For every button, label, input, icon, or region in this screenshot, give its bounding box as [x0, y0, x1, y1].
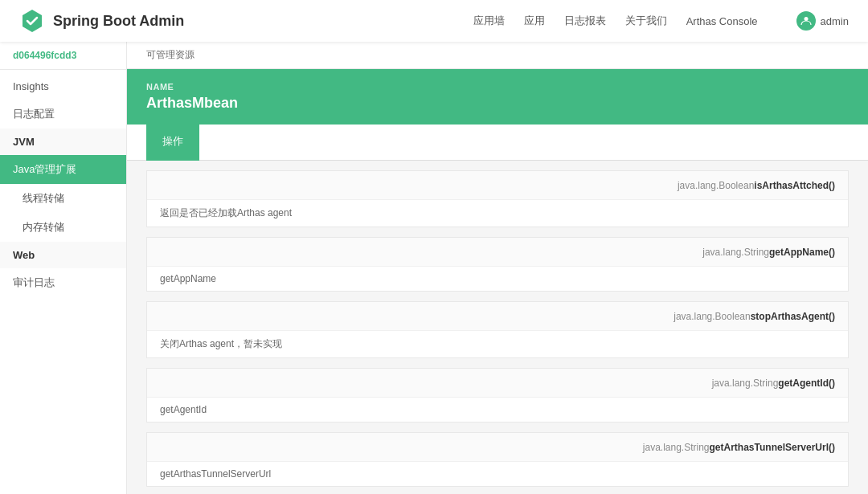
op3-method-name: stopArthasAgent() [751, 311, 835, 322]
svg-marker-0 [23, 10, 42, 32]
resource-header-title: ArthasMbean [146, 95, 849, 112]
operation-item-stopArthasAgent: java.lang.BooleanstopArthasAgent() 关闭Art… [146, 301, 849, 358]
operation-item-getAppName: java.lang.StringgetAppName() getAppName [146, 237, 849, 292]
sidebar-item-java-manage[interactable]: Java管理扩展 [0, 155, 126, 184]
op1-method-name: isArthasAttched() [754, 180, 835, 191]
sidebar-item-audit-log[interactable]: 审计日志 [0, 268, 126, 297]
sidebar-header-jvm: JVM [0, 129, 126, 155]
main-content: 可管理资源 NAME ArthasMbean 操作 java.lang.Bool… [127, 42, 868, 494]
op1-method-row[interactable]: java.lang.BooleanisArthasAttched() [147, 171, 848, 200]
sidebar-item-thread-dump[interactable]: 线程转储 [0, 184, 126, 213]
op2-return-type: java.lang.String [702, 247, 769, 258]
svg-point-1 [804, 17, 808, 21]
op5-method-row[interactable]: java.lang.StringgetArthasTunnelServerUrl… [147, 433, 848, 462]
sidebar-item-insights[interactable]: Insights [0, 73, 126, 100]
op3-method-row[interactable]: java.lang.BooleanstopArthasAgent() [147, 302, 848, 331]
app-logo-icon [19, 8, 45, 34]
op3-return-type: java.lang.Boolean [674, 311, 750, 322]
resource-header-label: NAME [146, 82, 849, 92]
tab-bar: 操作 [127, 125, 868, 161]
app-title: Spring Boot Admin [53, 13, 184, 30]
op4-return-type: java.lang.String [712, 378, 779, 389]
op5-method-name: getArthasTunnelServerUrl() [710, 442, 835, 453]
op1-return-type: java.lang.Boolean [678, 180, 754, 191]
operation-item-isArthasAttched: java.lang.BooleanisArthasAttched() 返回是否已… [146, 170, 849, 227]
breadcrumb: 可管理资源 [127, 42, 868, 69]
user-avatar-icon [796, 11, 816, 31]
logo-area: Spring Boot Admin [19, 8, 184, 34]
nav-links: 应用墙 应用 日志报表 关于我们 Arthas Console admin [473, 11, 849, 31]
op5-description: getArthasTunnelServerUrl [147, 462, 848, 486]
op4-method-name: getAgentId() [778, 378, 835, 389]
op3-description: 关闭Arthas agent，暂未实现 [147, 331, 848, 357]
sidebar-item-memory-dump[interactable]: 内存转储 [0, 213, 126, 242]
operations-list: java.lang.BooleanisArthasAttched() 返回是否已… [127, 170, 868, 494]
app-layout: d064496fcdd3 Insights 日志配置 JVM Java管理扩展 … [0, 42, 868, 494]
nav-link-app[interactable]: 应用 [524, 14, 545, 28]
nav-link-app-wall[interactable]: 应用墙 [473, 14, 505, 28]
op5-return-type: java.lang.String [643, 442, 710, 453]
user-menu[interactable]: admin [796, 11, 849, 31]
nav-link-log-report[interactable]: 日志报表 [564, 14, 606, 28]
sidebar: d064496fcdd3 Insights 日志配置 JVM Java管理扩展 … [0, 42, 127, 494]
top-navigation: Spring Boot Admin 应用墙 应用 日志报表 关于我们 Artha… [0, 0, 868, 42]
op1-description: 返回是否已经加载Arthas agent [147, 200, 848, 227]
op2-method-name: getAppName() [769, 247, 835, 258]
sidebar-app-id: d064496fcdd3 [0, 42, 126, 70]
operation-item-getArthasTunnelServerUrl: java.lang.StringgetArthasTunnelServerUrl… [146, 432, 849, 487]
op4-description: getAgentId [147, 398, 848, 422]
user-name: admin [821, 15, 849, 27]
sidebar-item-log-config[interactable]: 日志配置 [0, 100, 126, 129]
sidebar-header-web: Web [0, 242, 126, 268]
op4-method-row[interactable]: java.lang.StringgetAgentId() [147, 369, 848, 398]
operation-item-getAgentId: java.lang.StringgetAgentId() getAgentId [146, 368, 849, 423]
op2-description: getAppName [147, 267, 848, 291]
op2-method-row[interactable]: java.lang.StringgetAppName() [147, 238, 848, 267]
nav-link-about[interactable]: 关于我们 [625, 14, 667, 28]
tab-operations[interactable]: 操作 [146, 125, 199, 161]
nav-link-arthas[interactable]: Arthas Console [686, 15, 758, 27]
resource-header: NAME ArthasMbean [127, 69, 868, 125]
